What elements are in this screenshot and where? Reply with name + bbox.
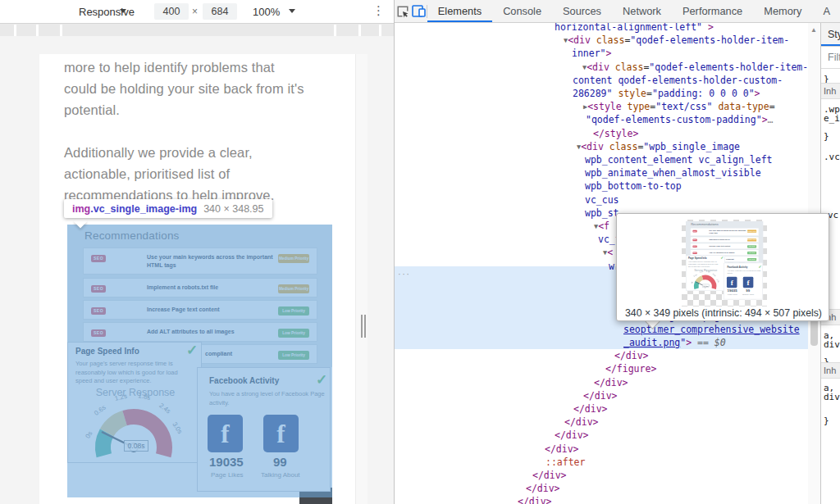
device-resize-handle[interactable] xyxy=(361,315,363,338)
tab-styles[interactable]: Sty xyxy=(828,29,840,40)
tree-line[interactable]: content qodef-elements-holder-custom- xyxy=(573,74,783,87)
tree-line[interactable]: ▼<div class="qodef-elements-holder-item- xyxy=(582,61,808,74)
tree-line[interactable]: ▼<f xyxy=(594,220,609,233)
tab-memory[interactable]: Memory xyxy=(753,0,812,22)
device-resize-handle[interactable] xyxy=(364,315,366,338)
seo-badge: SEO xyxy=(692,245,696,247)
tree-line[interactable]: </div> xyxy=(532,469,567,482)
tab-network[interactable]: Network xyxy=(612,0,672,22)
tree-line[interactable]: "qodef-elements-custom-padding">… xyxy=(586,113,774,126)
emulated-page: more to help identify problems that coul… xyxy=(39,54,355,504)
facebook-stat-value: 99 xyxy=(746,288,750,293)
style-rule-text[interactable]: .vc xyxy=(824,152,840,162)
tree-line[interactable]: inner"> xyxy=(572,47,611,60)
tree-line[interactable]: vc_cus xyxy=(585,193,619,207)
svg-text:0.6s: 0.6s xyxy=(693,273,697,277)
image-preview-tooltip: Recommendations SEOUse your main keyword… xyxy=(616,213,829,321)
tree-line[interactable]: ::after xyxy=(546,456,585,469)
node-menu-dots[interactable]: ··· xyxy=(398,269,411,279)
tree-line[interactable]: </div> xyxy=(555,429,589,442)
facebook-title: Facebook Activity xyxy=(728,266,748,268)
toggle-device-toolbar-button[interactable] xyxy=(412,0,427,22)
tree-line[interactable]: wpb_bottom-to-top xyxy=(585,179,682,193)
inspect-tooltip-class: .vc_single_image-img xyxy=(90,203,197,215)
inspected-image[interactable]: Recommendations SEOUse your main keyword… xyxy=(67,225,332,497)
ruler-strip xyxy=(0,23,394,36)
device-toolbar-menu-button[interactable]: ⋮ xyxy=(372,3,385,18)
style-rule-text[interactable]: div xyxy=(824,392,840,402)
tree-line[interactable]: </div> xyxy=(518,495,552,504)
tree-line[interactable]: </div> xyxy=(564,415,599,429)
facebook-stat-value: 19035 xyxy=(728,288,737,293)
device-toolbar-icon xyxy=(412,5,426,17)
viewport-width-input[interactable]: 400 xyxy=(154,3,189,20)
page-paragraph: more to help identify problems that coul… xyxy=(64,57,343,120)
tree-line[interactable]: wpb_content_element vc_align_left xyxy=(585,153,772,166)
priority-pill: Low Priority xyxy=(747,245,756,247)
facebook-stat-label: Page Likes xyxy=(728,293,737,296)
tree-line[interactable]: _audit.png"> == $0 xyxy=(623,336,726,349)
tree-line[interactable]: ▼<div class="qodef-elements-holder-item- xyxy=(564,34,789,47)
tree-line[interactable]: horizontal-alignment-left" > xyxy=(555,23,714,34)
priority-pill: Low Priority xyxy=(747,258,756,261)
recommendation-text: Implement a robots.txt file xyxy=(709,238,729,241)
recommendation-row: SEOIncrease Page text contentLow Priorit… xyxy=(691,243,760,249)
devtools-panel: Elements Console Sources Network Perform… xyxy=(394,0,840,504)
recommendation-text: Increase Page text content xyxy=(709,245,730,247)
tree-line[interactable]: </div> xyxy=(545,443,579,456)
style-rule-text[interactable]: } xyxy=(824,415,829,426)
tree-line[interactable]: </div> xyxy=(594,376,628,389)
tab-application[interactable]: A xyxy=(812,0,840,22)
transparency-checkerboard: Recommendations SEOUse your main keyword… xyxy=(682,220,767,306)
recommendation-row: SEOAdd ALT attributes to all imagesLow P… xyxy=(691,250,760,256)
zoom-caret-icon[interactable] xyxy=(289,9,295,13)
dimension-multiply-sign: × xyxy=(192,6,198,17)
style-rule-text[interactable]: } xyxy=(824,131,829,142)
tree-line[interactable]: ▼<div class="wpb_single_image xyxy=(577,140,740,153)
preview-dimensions-text: 340 × 349 pixels (intrinsic: 494 × 507 p… xyxy=(617,307,830,319)
inherited-from-bar: Inh xyxy=(821,362,840,379)
tree-line[interactable]: </div> xyxy=(573,402,608,415)
tree-line[interactable]: 286289" style="padding: 0 0 0 0"> xyxy=(573,87,760,100)
tab-sources[interactable]: Sources xyxy=(552,0,612,22)
inspect-cursor-icon xyxy=(396,5,409,18)
styles-tab-underline xyxy=(821,44,840,47)
tree-line[interactable]: </figure> xyxy=(605,362,656,375)
priority-pill: Medium Priority xyxy=(747,230,756,233)
tab-elements[interactable]: Elements xyxy=(427,0,492,22)
tab-performance[interactable]: Performance xyxy=(672,0,753,22)
page-paragraph: Additionally we provide a clear, actiona… xyxy=(64,142,343,206)
tree-line[interactable]: ▶<style type="text/css" data-type= xyxy=(583,100,775,113)
device-toolbar: Responsive 400 × 684 100% ⋮ xyxy=(0,0,394,23)
gauge-value: 0.08s xyxy=(702,284,710,288)
tree-line[interactable]: </div> xyxy=(526,482,560,495)
zoom-select[interactable]: 100% xyxy=(253,6,280,18)
inspect-tooltip-tag: img xyxy=(72,203,90,215)
seo-badge: SEO xyxy=(692,230,696,233)
device-viewport: more to help identify problems that coul… xyxy=(0,36,394,504)
recommendations-header: Recommendations xyxy=(691,223,719,226)
viewport-height-input[interactable]: 684 xyxy=(203,3,237,20)
device-mode-caret-icon[interactable] xyxy=(120,9,126,13)
tree-line[interactable]: wpb_st xyxy=(585,207,619,220)
styles-filter-input[interactable]: Filt xyxy=(821,47,840,69)
style-rule-text[interactable]: e_i xyxy=(824,113,840,124)
facebook-card: Facebook Activity ✓ You have a strong le… xyxy=(724,263,763,299)
facebook-icon: f xyxy=(743,277,754,288)
check-icon: ✓ xyxy=(758,264,761,269)
facebook-desc: You have a strong level of Facebook Page… xyxy=(728,270,761,275)
svg-text:3.0s: 3.0s xyxy=(716,279,719,284)
tree-line[interactable]: ▼< xyxy=(603,246,613,259)
tree-line[interactable]: </style> xyxy=(593,127,638,140)
page-scrollbar[interactable] xyxy=(355,54,368,504)
tab-console[interactable]: Console xyxy=(492,0,552,22)
tree-line[interactable]: wpb_animate_when_almost_visible xyxy=(585,166,761,179)
svg-text:0s: 0s xyxy=(691,281,693,284)
scrollbar-up-arrow-icon[interactable]: ▲ xyxy=(810,26,817,34)
tree-line[interactable]: </div> xyxy=(583,389,618,402)
svg-text:1.2s: 1.2s xyxy=(700,270,705,273)
style-rule-text[interactable]: div xyxy=(824,339,840,350)
recommendation-row: SEOUse your main keywords across the imp… xyxy=(691,228,760,236)
inspect-element-button[interactable] xyxy=(395,0,412,22)
tree-line[interactable]: </div> xyxy=(614,349,649,362)
